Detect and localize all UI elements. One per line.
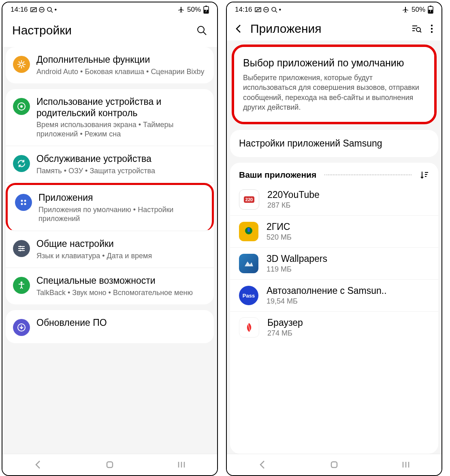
svg-rect-25 [107,462,113,468]
your-apps-card: Ваши приложения 220 220YouTube 287 КБ [230,163,438,454]
app-row-browser[interactable]: Браузер 274 МБ [230,312,438,343]
svg-point-14 [24,200,26,202]
back-icon[interactable] [33,459,43,470]
apps-grid-icon [15,194,32,211]
svg-point-16 [24,203,26,205]
app-name: 2ГИС [267,221,292,232]
page-title: Приложения [250,22,322,36]
home-icon[interactable] [105,459,115,470]
app-row-3dwallpapers[interactable]: 3D Wallpapers 119 МБ [230,248,438,280]
phone-apps: 14:16 • 50% Приложения Выбор прилож [226,2,442,476]
row-subtitle: Приложения по умолчанию • Настройки прил… [38,205,205,223]
navigation-bar [227,454,441,475]
svg-rect-46 [247,228,250,232]
battery-percent: 50% [412,6,425,14]
default-apps-title: Выбор приложений по умолчанию [243,57,425,69]
app-name: Автозаполнение с Samsun.. [267,285,387,296]
app-size: 19,54 МБ [267,297,387,306]
row-device-care[interactable]: Обслуживание устройства Память • ОЗУ • З… [6,146,214,183]
settings-card-group: Использование устройства и родительский … [6,89,214,304]
svg-line-33 [275,11,277,13]
home-icon[interactable] [329,459,339,470]
svg-rect-6 [205,6,207,6]
recents-icon[interactable] [401,459,411,470]
app-icon [239,254,258,273]
row-subtitle: Язык и клавиатура • Дата и время [36,251,207,261]
airplane-icon [177,6,185,13]
settings-card-update: Обновление ПО [6,310,214,343]
row-digital-wellbeing[interactable]: Использование устройства и родительский … [6,89,214,146]
row-subtitle: Время использования экрана • Таймеры при… [36,120,207,138]
page-header: Приложения [227,17,441,40]
airplane-icon [402,6,409,13]
app-icon: Pass [239,286,258,305]
row-advanced-features[interactable]: Дополнительные функции Android Auto • Бо… [6,47,214,83]
row-software-update[interactable]: Обновление ПО [6,310,214,343]
row-general[interactable]: Общие настройки Язык и клавиатура • Дата… [6,231,214,268]
samsung-app-settings[interactable]: Настройки приложений Samsung [230,130,438,157]
page-title: Настройки [12,23,72,37]
more-icon[interactable] [430,23,433,34]
accessibility-icon [13,277,30,294]
status-time: 14:16 [235,6,252,14]
refresh-icon [13,155,30,172]
svg-point-13 [21,200,23,202]
app-icon [239,317,259,338]
svg-line-41 [420,31,421,32]
svg-point-22 [19,250,21,251]
svg-point-23 [21,282,23,284]
highlight-default-apps: Выбор приложений по умолчанию Выберите п… [232,45,437,124]
svg-point-8 [198,26,204,33]
svg-point-44 [431,31,433,33]
row-apps[interactable]: Приложения Приложения по умолчанию • Нас… [6,183,214,231]
row-accessibility[interactable]: Специальные возможности TalkBack • Звук … [6,268,214,304]
app-name: 220YouTube [267,189,320,200]
recents-icon[interactable] [176,459,187,470]
row-title: Использование устройства и родительский … [36,96,207,119]
samsung-settings-label: Настройки приложений Samsung [239,138,382,149]
settings-card-advanced: Дополнительные функции Android Auto • Бо… [6,47,214,83]
search-icon[interactable] [196,25,207,36]
app-size: 520 МБ [267,233,292,242]
app-size: 287 КБ [267,201,320,210]
app-row-samsung-autofill[interactable]: Pass Автозаполнение с Samsun.. 19,54 МБ [230,280,438,312]
svg-point-15 [21,203,23,205]
app-size: 274 МБ [267,329,303,338]
battery-icon [203,6,209,14]
sliders-icon [13,240,30,257]
default-apps-description: Выберите приложения, которые будут испол… [243,73,425,112]
back-icon[interactable] [257,459,268,470]
download-icon [13,319,30,336]
row-title: Общие настройки [36,238,207,250]
app-name: 3D Wallpapers [267,253,327,264]
filter-search-icon[interactable] [411,23,422,34]
svg-point-32 [272,7,276,11]
svg-rect-35 [430,6,431,6]
sort-icon[interactable] [420,170,429,180]
target-icon [13,98,30,115]
svg-point-21 [22,248,23,249]
svg-point-40 [416,28,420,32]
svg-point-3 [47,7,51,11]
row-title: Дополнительные функции [36,54,207,66]
row-subtitle: Память • ОЗУ • Защита устройства [36,166,207,176]
app-size: 119 МБ [267,265,327,274]
default-apps-card[interactable]: Выбор приложений по умолчанию Выберите п… [234,47,434,122]
row-title: Обновление ПО [36,317,207,329]
apps-section-label: Ваши приложения [239,170,316,180]
app-name: Браузер [267,317,303,328]
app-row-2gis[interactable]: 2ГИС 520 МБ [230,216,438,248]
page-header: Настройки [2,17,217,47]
navigation-bar [2,454,217,475]
apps-section-header: Ваши приложения [230,163,438,184]
svg-point-12 [20,105,23,108]
back-icon[interactable] [233,23,244,34]
app-row-220youtube[interactable]: 220 220YouTube 287 КБ [230,184,438,216]
battery-percent: 50% [187,6,201,14]
status-bar: 14:16 • 50% [2,2,217,17]
svg-point-43 [431,28,433,30]
svg-point-10 [20,63,23,66]
status-bar: 14:16 • 50% [227,2,441,17]
row-title: Специальные возможности [36,275,207,287]
svg-point-20 [19,246,21,247]
